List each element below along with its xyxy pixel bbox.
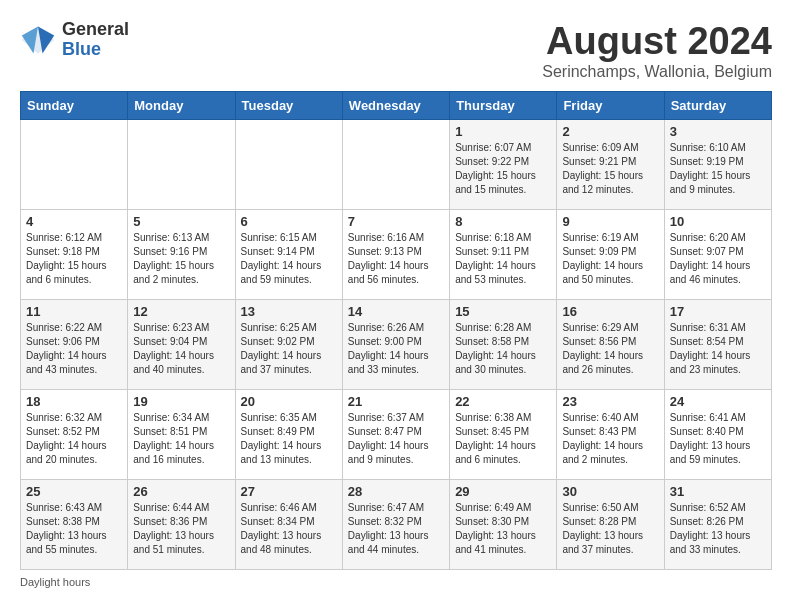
day-number: 23 — [562, 394, 658, 409]
weekday-header-row: SundayMondayTuesdayWednesdayThursdayFrid… — [21, 92, 772, 120]
day-info: Sunrise: 6:22 AM Sunset: 9:06 PM Dayligh… — [26, 321, 122, 377]
calendar-cell: 5Sunrise: 6:13 AM Sunset: 9:16 PM Daylig… — [128, 210, 235, 300]
weekday-header-thursday: Thursday — [450, 92, 557, 120]
calendar-cell: 22Sunrise: 6:38 AM Sunset: 8:45 PM Dayli… — [450, 390, 557, 480]
day-info: Sunrise: 6:13 AM Sunset: 9:16 PM Dayligh… — [133, 231, 229, 287]
weekday-header-wednesday: Wednesday — [342, 92, 449, 120]
calendar-table: SundayMondayTuesdayWednesdayThursdayFrid… — [20, 91, 772, 570]
calendar-cell: 14Sunrise: 6:26 AM Sunset: 9:00 PM Dayli… — [342, 300, 449, 390]
calendar-cell: 9Sunrise: 6:19 AM Sunset: 9:09 PM Daylig… — [557, 210, 664, 300]
day-info: Sunrise: 6:16 AM Sunset: 9:13 PM Dayligh… — [348, 231, 444, 287]
calendar-cell — [342, 120, 449, 210]
calendar-cell — [128, 120, 235, 210]
day-number: 24 — [670, 394, 766, 409]
day-info: Sunrise: 6:46 AM Sunset: 8:34 PM Dayligh… — [241, 501, 337, 557]
weekday-header-friday: Friday — [557, 92, 664, 120]
day-info: Sunrise: 6:41 AM Sunset: 8:40 PM Dayligh… — [670, 411, 766, 467]
week-row-4: 18Sunrise: 6:32 AM Sunset: 8:52 PM Dayli… — [21, 390, 772, 480]
day-number: 12 — [133, 304, 229, 319]
day-number: 16 — [562, 304, 658, 319]
logo-blue-text: Blue — [62, 40, 129, 60]
calendar-cell: 20Sunrise: 6:35 AM Sunset: 8:49 PM Dayli… — [235, 390, 342, 480]
day-info: Sunrise: 6:44 AM Sunset: 8:36 PM Dayligh… — [133, 501, 229, 557]
calendar-cell: 19Sunrise: 6:34 AM Sunset: 8:51 PM Dayli… — [128, 390, 235, 480]
day-number: 2 — [562, 124, 658, 139]
day-number: 19 — [133, 394, 229, 409]
calendar-cell: 28Sunrise: 6:47 AM Sunset: 8:32 PM Dayli… — [342, 480, 449, 570]
calendar-cell: 7Sunrise: 6:16 AM Sunset: 9:13 PM Daylig… — [342, 210, 449, 300]
day-info: Sunrise: 6:26 AM Sunset: 9:00 PM Dayligh… — [348, 321, 444, 377]
calendar-cell: 25Sunrise: 6:43 AM Sunset: 8:38 PM Dayli… — [21, 480, 128, 570]
day-info: Sunrise: 6:34 AM Sunset: 8:51 PM Dayligh… — [133, 411, 229, 467]
footer-note: Daylight hours — [20, 576, 772, 588]
day-info: Sunrise: 6:28 AM Sunset: 8:58 PM Dayligh… — [455, 321, 551, 377]
day-number: 22 — [455, 394, 551, 409]
day-number: 5 — [133, 214, 229, 229]
week-row-3: 11Sunrise: 6:22 AM Sunset: 9:06 PM Dayli… — [21, 300, 772, 390]
day-info: Sunrise: 6:12 AM Sunset: 9:18 PM Dayligh… — [26, 231, 122, 287]
day-number: 1 — [455, 124, 551, 139]
day-number: 20 — [241, 394, 337, 409]
day-info: Sunrise: 6:29 AM Sunset: 8:56 PM Dayligh… — [562, 321, 658, 377]
day-number: 11 — [26, 304, 122, 319]
calendar-cell: 24Sunrise: 6:41 AM Sunset: 8:40 PM Dayli… — [664, 390, 771, 480]
day-number: 10 — [670, 214, 766, 229]
calendar-cell: 15Sunrise: 6:28 AM Sunset: 8:58 PM Dayli… — [450, 300, 557, 390]
calendar-cell: 4Sunrise: 6:12 AM Sunset: 9:18 PM Daylig… — [21, 210, 128, 300]
day-info: Sunrise: 6:37 AM Sunset: 8:47 PM Dayligh… — [348, 411, 444, 467]
day-number: 13 — [241, 304, 337, 319]
day-info: Sunrise: 6:15 AM Sunset: 9:14 PM Dayligh… — [241, 231, 337, 287]
weekday-header-tuesday: Tuesday — [235, 92, 342, 120]
calendar-cell: 21Sunrise: 6:37 AM Sunset: 8:47 PM Dayli… — [342, 390, 449, 480]
calendar-cell: 18Sunrise: 6:32 AM Sunset: 8:52 PM Dayli… — [21, 390, 128, 480]
calendar-cell: 23Sunrise: 6:40 AM Sunset: 8:43 PM Dayli… — [557, 390, 664, 480]
day-number: 28 — [348, 484, 444, 499]
day-info: Sunrise: 6:10 AM Sunset: 9:19 PM Dayligh… — [670, 141, 766, 197]
title-area: August 2024 Serinchamps, Wallonia, Belgi… — [542, 20, 772, 81]
day-info: Sunrise: 6:07 AM Sunset: 9:22 PM Dayligh… — [455, 141, 551, 197]
day-info: Sunrise: 6:50 AM Sunset: 8:28 PM Dayligh… — [562, 501, 658, 557]
logo-text: General Blue — [62, 20, 129, 60]
calendar-cell: 27Sunrise: 6:46 AM Sunset: 8:34 PM Dayli… — [235, 480, 342, 570]
day-info: Sunrise: 6:40 AM Sunset: 8:43 PM Dayligh… — [562, 411, 658, 467]
day-info: Sunrise: 6:38 AM Sunset: 8:45 PM Dayligh… — [455, 411, 551, 467]
day-info: Sunrise: 6:32 AM Sunset: 8:52 PM Dayligh… — [26, 411, 122, 467]
day-number: 4 — [26, 214, 122, 229]
footer-text: Daylight hours — [20, 576, 90, 588]
calendar-cell: 17Sunrise: 6:31 AM Sunset: 8:54 PM Dayli… — [664, 300, 771, 390]
day-info: Sunrise: 6:18 AM Sunset: 9:11 PM Dayligh… — [455, 231, 551, 287]
day-info: Sunrise: 6:25 AM Sunset: 9:02 PM Dayligh… — [241, 321, 337, 377]
logo-icon — [20, 22, 56, 58]
day-number: 14 — [348, 304, 444, 319]
day-info: Sunrise: 6:49 AM Sunset: 8:30 PM Dayligh… — [455, 501, 551, 557]
page-header: General Blue August 2024 Serinchamps, Wa… — [20, 20, 772, 81]
logo: General Blue — [20, 20, 129, 60]
day-info: Sunrise: 6:43 AM Sunset: 8:38 PM Dayligh… — [26, 501, 122, 557]
day-number: 18 — [26, 394, 122, 409]
day-number: 29 — [455, 484, 551, 499]
weekday-header-sunday: Sunday — [21, 92, 128, 120]
day-info: Sunrise: 6:20 AM Sunset: 9:07 PM Dayligh… — [670, 231, 766, 287]
day-number: 17 — [670, 304, 766, 319]
day-number: 30 — [562, 484, 658, 499]
day-number: 27 — [241, 484, 337, 499]
week-row-5: 25Sunrise: 6:43 AM Sunset: 8:38 PM Dayli… — [21, 480, 772, 570]
calendar-cell: 3Sunrise: 6:10 AM Sunset: 9:19 PM Daylig… — [664, 120, 771, 210]
day-number: 25 — [26, 484, 122, 499]
calendar-cell: 16Sunrise: 6:29 AM Sunset: 8:56 PM Dayli… — [557, 300, 664, 390]
day-number: 15 — [455, 304, 551, 319]
calendar-cell: 13Sunrise: 6:25 AM Sunset: 9:02 PM Dayli… — [235, 300, 342, 390]
week-row-2: 4Sunrise: 6:12 AM Sunset: 9:18 PM Daylig… — [21, 210, 772, 300]
day-info: Sunrise: 6:19 AM Sunset: 9:09 PM Dayligh… — [562, 231, 658, 287]
day-info: Sunrise: 6:23 AM Sunset: 9:04 PM Dayligh… — [133, 321, 229, 377]
calendar-cell: 10Sunrise: 6:20 AM Sunset: 9:07 PM Dayli… — [664, 210, 771, 300]
day-info: Sunrise: 6:35 AM Sunset: 8:49 PM Dayligh… — [241, 411, 337, 467]
calendar-cell: 6Sunrise: 6:15 AM Sunset: 9:14 PM Daylig… — [235, 210, 342, 300]
day-info: Sunrise: 6:52 AM Sunset: 8:26 PM Dayligh… — [670, 501, 766, 557]
weekday-header-monday: Monday — [128, 92, 235, 120]
calendar-subtitle: Serinchamps, Wallonia, Belgium — [542, 63, 772, 81]
day-info: Sunrise: 6:09 AM Sunset: 9:21 PM Dayligh… — [562, 141, 658, 197]
week-row-1: 1Sunrise: 6:07 AM Sunset: 9:22 PM Daylig… — [21, 120, 772, 210]
calendar-cell: 11Sunrise: 6:22 AM Sunset: 9:06 PM Dayli… — [21, 300, 128, 390]
calendar-cell — [235, 120, 342, 210]
